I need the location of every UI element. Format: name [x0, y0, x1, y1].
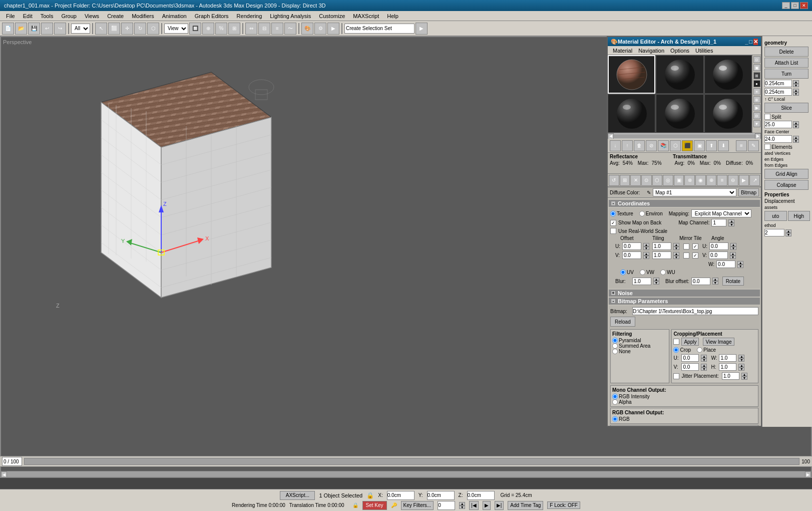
mat-make-preview[interactable]: ▶ [753, 104, 760, 111]
bitmap-params-collapse-btn[interactable]: - [611, 299, 616, 304]
view-dropdown[interactable]: View [164, 24, 188, 34]
set-key-button[interactable]: Set Key [362, 501, 387, 510]
tb-open[interactable]: 📂 [15, 23, 27, 35]
mat-menu-utilities[interactable]: Utilities [692, 47, 716, 54]
tb-mirror[interactable]: ⇔ [245, 23, 257, 35]
crop-u-down[interactable]: ▼ [701, 358, 707, 362]
mat-icon-9[interactable]: ◉ [695, 175, 706, 186]
elements-checkbox[interactable] [764, 144, 770, 150]
v-tiling-down[interactable]: ▼ [673, 256, 679, 259]
viewport-hscroll[interactable]: ◀ ▶ [1, 471, 811, 477]
crop-radio[interactable]: Crop [673, 347, 691, 353]
jitter-checkbox[interactable] [673, 373, 679, 379]
crop-w-down[interactable]: ▼ [738, 358, 744, 362]
menu-edit[interactable]: Edit [19, 12, 37, 20]
next-frame-button[interactable]: ▶| [495, 501, 504, 510]
spheres-hscroll[interactable]: ◀ ▶ [608, 133, 761, 139]
blur-offset-input[interactable] [691, 278, 710, 285]
maximize-button[interactable]: □ [791, 2, 799, 9]
axscript-button[interactable]: AXScript... [280, 491, 315, 500]
get-from-scene[interactable]: ↓ [610, 140, 621, 151]
tb-layer[interactable]: ≡ [271, 23, 283, 35]
u-angle-input[interactable] [709, 242, 728, 250]
rotate-button[interactable]: Rotate [722, 277, 744, 286]
hscroll-left-arrow[interactable]: ◀ [608, 133, 614, 139]
blur-down[interactable]: ▼ [653, 281, 659, 285]
diffuse-color-picker[interactable]: ✎ [647, 190, 651, 195]
jitter-input[interactable] [722, 372, 739, 380]
jitter-up[interactable]: ▲ [741, 373, 747, 376]
diffuse-bitmap-button[interactable]: Bitmap [738, 188, 759, 196]
mat-options[interactable]: ⊕ [753, 96, 760, 103]
menu-help[interactable]: Help [383, 12, 402, 20]
rgb-output-radio[interactable]: RGB [612, 416, 756, 422]
crop-v-down[interactable]: ▼ [701, 367, 707, 371]
put-to-library[interactable]: 📚 [658, 140, 669, 151]
mat-icon-8[interactable]: ⊗ [684, 175, 695, 186]
geom-spinner-1[interactable]: ▲ ▼ [793, 80, 799, 87]
apply-checkbox[interactable] [673, 339, 679, 345]
place-radio[interactable]: Place [697, 347, 716, 353]
mat-minimize-button[interactable]: _ [745, 39, 748, 45]
mat-icon-13[interactable]: ▶ [739, 175, 749, 186]
tb-scale[interactable]: ⬡ [147, 23, 159, 35]
coordinates-collapse-btn[interactable]: - [611, 201, 616, 206]
tb-new[interactable]: 📄 [2, 23, 14, 35]
go-to-parent[interactable]: ⬆ [706, 140, 717, 151]
show-in-viewport[interactable]: ⬛ [682, 140, 693, 151]
mat-icon-1[interactable]: ↺ [609, 175, 619, 186]
frame-spinner[interactable]: ▲ ▼ [459, 502, 465, 509]
v-offset-spinner[interactable]: ▲ ▼ [643, 252, 649, 259]
u-offset-down[interactable]: ▼ [643, 246, 649, 250]
hscroll-track[interactable] [614, 134, 755, 138]
make-unique[interactable]: ⊘ [646, 140, 657, 151]
geom-spinner-2b[interactable]: ▲ ▼ [785, 229, 791, 236]
menu-create[interactable]: Create [103, 12, 128, 20]
frame-up[interactable]: ▲ [459, 502, 465, 505]
geom-spinner-2[interactable]: ▲ ▼ [793, 89, 799, 96]
grid-align-button[interactable]: Grid Align [764, 169, 808, 179]
crop-h-input[interactable] [719, 363, 736, 371]
geom-input-1[interactable] [764, 80, 792, 87]
geom-spin-2-up[interactable]: ▲ [793, 89, 799, 92]
u-tiling-spinner[interactable]: ▲ ▼ [673, 243, 679, 250]
crop-u-spinner[interactable]: ▲ ▼ [701, 355, 707, 362]
menu-animation[interactable]: Animation [158, 12, 191, 20]
jitter-down[interactable]: ▼ [741, 376, 747, 380]
crop-h-spinner[interactable]: ▲ ▼ [738, 364, 744, 371]
apply-button[interactable]: Apply [681, 338, 699, 346]
mat-icon-10[interactable]: ⊕ [706, 175, 717, 186]
tb-percent-snap[interactable]: % [215, 23, 227, 35]
geom-spinner-25[interactable]: ▲ ▼ [793, 121, 799, 128]
z-coord-input[interactable] [467, 491, 495, 500]
geom-spin-25-up[interactable]: ▲ [793, 121, 799, 125]
material-sphere-1[interactable] [608, 55, 655, 94]
v-offset-down[interactable]: ▼ [643, 256, 649, 259]
delete-button[interactable]: Delete [764, 47, 808, 57]
play-button[interactable]: ▶ [483, 501, 491, 510]
v-offset-input[interactable] [622, 251, 641, 259]
tb-undo[interactable]: ↩ [41, 23, 53, 35]
key-filters-button[interactable]: Key Filters... [401, 501, 434, 510]
crop-u-up[interactable]: ▲ [701, 355, 707, 358]
u-angle-up[interactable]: ▲ [730, 243, 736, 246]
tb-move[interactable]: ✛ [121, 23, 133, 35]
u-tiling-down[interactable]: ▼ [673, 246, 679, 250]
wu-radio[interactable]: WU [660, 270, 675, 275]
mat-checker[interactable]: ⊞ [753, 72, 760, 79]
crop-h-down[interactable]: ▼ [738, 367, 744, 371]
u-offset-input[interactable] [622, 242, 641, 250]
u-tiling-up[interactable]: ▲ [673, 243, 679, 246]
blur-offset-up[interactable]: ▲ [712, 278, 718, 281]
frame-input[interactable] [438, 501, 455, 510]
map-channel-up[interactable]: ▲ [728, 219, 734, 223]
menu-modifiers[interactable]: Modifiers [128, 12, 158, 20]
mat-menu-navigation[interactable]: Navigation [635, 47, 667, 54]
material-sphere-4[interactable] [608, 94, 655, 133]
high-button[interactable]: High [788, 211, 810, 221]
mat-icon-11[interactable]: ≡ [717, 175, 727, 186]
put-to-scene[interactable]: ↑ [622, 140, 633, 151]
geom-spin-2b-up[interactable]: ▲ [785, 229, 791, 233]
u-offset-up[interactable]: ▲ [643, 243, 649, 246]
mat-backlight[interactable]: ☀ [753, 88, 760, 95]
